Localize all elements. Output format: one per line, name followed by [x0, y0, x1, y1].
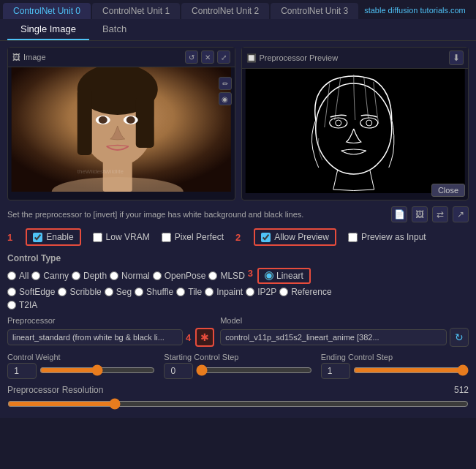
- radio-openpose-label: OpenPose: [165, 271, 206, 281]
- previewasinput-checkbox-item[interactable]: Preview as Input: [348, 232, 426, 242]
- control-weight-col: Control Weight: [7, 353, 155, 379]
- resolution-label: Preprocessor Resolution: [7, 385, 117, 395]
- previewasinput-label: Preview as Input: [361, 232, 426, 242]
- ending-step-label: Ending Control Step: [321, 353, 469, 361]
- radio-inpaint-label: Inpaint: [216, 287, 243, 297]
- image-panel-tools: ↺ ✕ ⤢: [185, 50, 230, 64]
- preprocessor-select[interactable]: lineart_standard (from white bg & black …: [7, 329, 183, 345]
- radio-canny[interactable]: Canny: [31, 268, 69, 284]
- remove-tool-btn[interactable]: ✕: [201, 50, 214, 64]
- tab-batch[interactable]: Batch: [89, 19, 140, 40]
- tab-unit0[interactable]: ControlNet Unit 0: [3, 3, 91, 19]
- info-row: Set the preprocessor to [invert] if your…: [7, 206, 469, 222]
- image-panel-header: 🖼 Image ↺ ✕ ⤢: [8, 48, 235, 67]
- enable-checkbox-item[interactable]: Enable: [26, 228, 80, 246]
- model-select[interactable]: control_v11p_sd15s2_lineart_anime [382..…: [220, 329, 447, 345]
- previewasinput-checkbox[interactable]: [348, 233, 358, 242]
- allowpreview-checkbox[interactable]: [261, 233, 271, 242]
- side-tool-2[interactable]: ◉: [219, 92, 232, 105]
- image-icon: 🖼: [12, 53, 20, 61]
- svg-rect-5: [136, 97, 154, 148]
- ending-step-slider-wrapper: [353, 364, 469, 378]
- control-type-label: Control Type: [7, 253, 469, 263]
- enable-checkbox[interactable]: [33, 233, 42, 242]
- pixelperfect-checkbox-item[interactable]: Pixel Perfect: [162, 232, 224, 242]
- radio-softedge[interactable]: SoftEdge: [7, 287, 55, 297]
- radio-tile-label: Tile: [188, 287, 202, 297]
- star-button[interactable]: ✱: [195, 328, 214, 347]
- radio-reference[interactable]: Reference: [279, 287, 331, 297]
- starting-step-input-row: [164, 363, 311, 379]
- control-weight-slider[interactable]: [39, 364, 155, 376]
- tab-unit3[interactable]: ControlNet Unit 3: [271, 3, 358, 19]
- model-refresh-btn[interactable]: ↻: [450, 328, 469, 347]
- image-panel: 🖼 Image ↺ ✕ ⤢: [7, 47, 235, 200]
- lowvram-checkbox-item[interactable]: Low VRAM: [93, 232, 150, 242]
- resolution-slider[interactable]: [7, 398, 469, 410]
- exchange-icon-btn[interactable]: ⇄: [432, 206, 448, 222]
- badge-3: 3: [248, 268, 253, 284]
- starting-step-input[interactable]: [164, 363, 193, 379]
- reset-tool-btn[interactable]: ↺: [185, 50, 198, 64]
- image-panels: 🖼 Image ↺ ✕ ⤢: [7, 47, 469, 200]
- radio-t2ia[interactable]: T2IA: [7, 300, 37, 310]
- control-steps-row: Control Weight Starting Control Step End…: [7, 353, 469, 379]
- tab-single-image[interactable]: Single Image: [7, 19, 89, 40]
- radio-softedge-label: SoftEdge: [19, 287, 55, 297]
- preview-panel-title: 🔲 Preprocessor Preview: [246, 53, 339, 63]
- radio-lineart-label: Lineart: [276, 271, 303, 281]
- radio-inpaint[interactable]: Inpaint: [205, 287, 243, 297]
- svg-text:theWildestWildlife: theWildestWildlife: [78, 168, 124, 175]
- pixelperfect-checkbox[interactable]: [162, 233, 171, 242]
- radio-seg-label: Seg: [116, 287, 132, 297]
- model-col-label: Model: [220, 316, 469, 325]
- svg-rect-4: [78, 89, 92, 155]
- radio-normal[interactable]: Normal: [110, 268, 150, 284]
- radio-depth[interactable]: Depth: [72, 268, 107, 284]
- control-weight-label: Control Weight: [7, 353, 155, 361]
- side-tool-1[interactable]: ✏: [219, 77, 232, 90]
- radio-all[interactable]: All: [7, 268, 29, 284]
- tab-unit1[interactable]: ControlNet Unit 1: [92, 3, 180, 19]
- lowvram-checkbox[interactable]: [93, 233, 102, 242]
- radio-tile[interactable]: Tile: [176, 287, 202, 297]
- preview-download-btn[interactable]: ⬇: [449, 50, 464, 65]
- top-tabs-bar: ControlNet Unit 0 ControlNet Unit 1 Cont…: [0, 0, 476, 19]
- svg-point-9: [126, 116, 135, 124]
- radio-t2ia-label: T2IA: [19, 300, 37, 310]
- main-content: 🖼 Image ↺ ✕ ⤢: [0, 41, 476, 418]
- starting-step-slider[interactable]: [196, 364, 311, 376]
- radio-openpose[interactable]: OpenPose: [153, 268, 206, 284]
- file-icon-btn[interactable]: 📄: [391, 206, 407, 222]
- arrow-icon-btn[interactable]: ↗: [453, 206, 469, 222]
- radio-shuffle-label: Shuffle: [146, 287, 173, 297]
- info-icons: 📄 🖼 ⇄ ↗: [391, 206, 469, 222]
- radio-shuffle[interactable]: Shuffle: [135, 287, 173, 297]
- control-weight-slider-wrapper: [39, 364, 155, 378]
- radio-lineart[interactable]: Lineart: [257, 268, 311, 284]
- radio-canny-label: Canny: [43, 271, 69, 281]
- ending-step-input[interactable]: [321, 363, 350, 379]
- resolution-row: Preprocessor Resolution 512: [7, 385, 469, 395]
- model-select-wrapper: control_v11p_sd15s2_lineart_anime [382..…: [220, 328, 469, 347]
- website-label: stable diffusion tutorials.com: [360, 3, 470, 19]
- ending-step-slider[interactable]: [353, 364, 469, 376]
- fullscreen-tool-btn[interactable]: ⤢: [217, 50, 230, 64]
- preprocessor-model-row: Preprocessor lineart_standard (from whit…: [7, 316, 469, 347]
- radio-ip2p[interactable]: IP2P: [246, 287, 276, 297]
- radio-scribble[interactable]: Scribble: [58, 287, 101, 297]
- preprocessor-select-wrapper: lineart_standard (from white bg & black …: [7, 328, 214, 347]
- close-button[interactable]: Close: [431, 184, 465, 197]
- image-panel-title: 🖼 Image: [12, 53, 46, 61]
- control-type-row2: SoftEdge Scribble Seg Shuffle Tile Inpai…: [7, 287, 469, 297]
- svg-point-7: [99, 116, 107, 124]
- preview-panel: 🔲 Preprocessor Preview ⬇: [241, 47, 469, 200]
- badge-2: 2: [235, 232, 241, 243]
- image-icon-btn[interactable]: 🖼: [412, 206, 428, 222]
- tab-unit2[interactable]: ControlNet Unit 2: [181, 3, 269, 19]
- radio-seg[interactable]: Seg: [105, 287, 132, 297]
- radio-mlsd[interactable]: MLSD: [208, 268, 244, 284]
- allowpreview-checkbox-item[interactable]: Allow Preview: [254, 228, 336, 246]
- image-area[interactable]: theWildestWildlife: [8, 67, 235, 192]
- control-weight-input[interactable]: [7, 363, 37, 379]
